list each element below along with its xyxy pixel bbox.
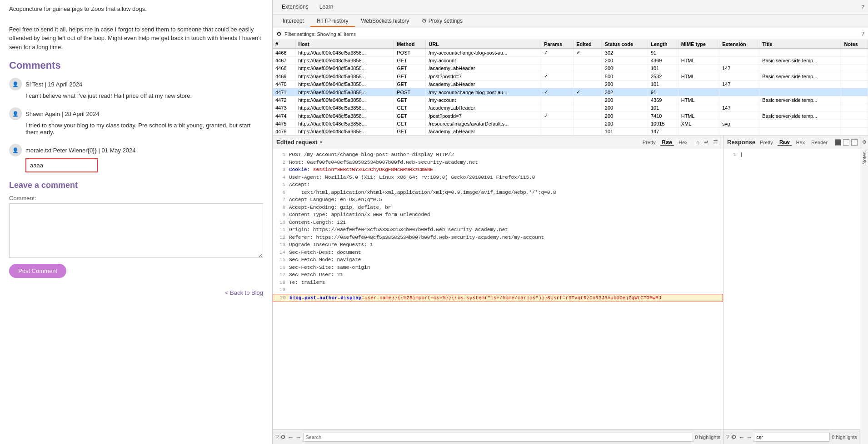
back-to-blog-link[interactable]: < Back to Blog — [225, 289, 263, 296]
comment-textarea[interactable] — [9, 203, 263, 258]
table-cell — [841, 72, 868, 81]
table-row[interactable]: 4472https://0aef00fe048cf5a3858...GET/my… — [273, 96, 868, 104]
tab-learn[interactable]: Learn — [314, 2, 339, 13]
table-row[interactable]: 4474https://0aef00fe048cf5a3858...GET/po… — [273, 112, 868, 120]
comment-body: I can't believe what I've just read! Hal… — [25, 92, 263, 99]
forward-icon-bar-r[interactable]: → — [746, 434, 752, 440]
code-line: 14Sec-Fetch-Dest: document — [273, 249, 723, 257]
chevron-down-icon[interactable]: ▾ — [320, 140, 322, 145]
table-cell: 2532 — [648, 72, 678, 81]
table-cell — [719, 72, 759, 81]
code-content: Content-Type: application/x-www-form-url… — [289, 211, 721, 219]
table-row[interactable]: 4466https://0aef00fe048cf5a3858...POST/m… — [273, 49, 868, 57]
code-content: text/html,application/xhtml+xml,applicat… — [289, 189, 721, 197]
code-line: 13Upgrade-Insecure-Requests: 1 — [273, 241, 723, 249]
search-input-left[interactable] — [303, 433, 693, 442]
code-line: 1 | — [723, 151, 860, 159]
table-cell — [841, 65, 868, 72]
table-cell — [678, 65, 719, 72]
table-cell: https://0aef00fe048cf5a3858... — [295, 112, 394, 120]
filter-bar[interactable]: ⚙ Filter settings: Showing all items ? — [273, 28, 868, 40]
line-number: 2 — [274, 159, 285, 166]
code-line: 4User-Agent: Mozilla/5.0 (X11; Linux x86… — [273, 174, 723, 182]
col-num: # — [273, 40, 295, 49]
tab-hex-response[interactable]: Hex — [794, 139, 807, 146]
table-row[interactable]: 4467https://0aef00fe048cf5a3858...GET/my… — [273, 57, 868, 65]
search-input-right[interactable] — [754, 433, 830, 442]
help-icon-small[interactable]: ? — [861, 31, 864, 37]
table-row[interactable]: 4468https://0aef00fe048cf5a3858...GET/ac… — [273, 65, 868, 72]
help-icon-bar[interactable]: ? — [275, 434, 279, 440]
table-cell: ✓ — [541, 49, 574, 57]
highlights-right: 0 highlights — [832, 434, 857, 440]
forward-icon-bar[interactable]: → — [295, 434, 301, 440]
table-cell — [574, 96, 602, 104]
code-line: 18Te: trailers — [273, 279, 723, 287]
table-cell: 4474 — [273, 112, 295, 120]
table-row[interactable]: 4470https://0aef00fe048cf5a3858...GET/ac… — [273, 81, 868, 88]
table-cell — [541, 120, 574, 128]
tab-raw[interactable]: Raw — [660, 139, 674, 146]
settings-side-icon[interactable]: ⚙ — [861, 137, 868, 147]
table-row[interactable]: 4476https://0aef00fe048cf5a3858...GET/ac… — [273, 128, 868, 136]
table-cell: https://0aef00fe048cf5a3858... — [295, 65, 394, 72]
comment-author: Shawn Again | 28 April 2024 — [25, 111, 99, 117]
table-cell: 101 — [648, 104, 678, 112]
tab-http-history[interactable]: HTTP history — [310, 16, 355, 27]
table-cell: ✓ — [541, 88, 574, 96]
table-cell: 7410 — [648, 112, 678, 120]
table-cell — [719, 57, 759, 65]
table-cell — [841, 81, 868, 88]
table-cell — [574, 120, 602, 128]
table-row[interactable]: 4473https://0aef00fe048cf5a3858...GET/ac… — [273, 104, 868, 112]
table-cell — [541, 104, 574, 112]
help-icon-bar-r[interactable]: ? — [726, 434, 729, 440]
table-cell: /academyLabHeader — [426, 81, 541, 88]
line-number: 6 — [274, 189, 285, 197]
tab-websockets-history[interactable]: WebSockets history — [355, 16, 416, 27]
http-table: # Host Method URL Params Edited Status c… — [273, 40, 868, 136]
table-cell — [719, 96, 759, 104]
comment-item-highlighted: 👤 morale.txt Peter Wiener{0}} | 01 May 2… — [9, 144, 263, 172]
table-cell: 91 — [648, 88, 678, 96]
table-cell: 4475 — [273, 120, 295, 128]
table-row[interactable]: 4471https://0aef00fe048cf5a3858...POST/m… — [273, 88, 868, 96]
tab-extensions[interactable]: Extensions — [276, 2, 314, 13]
indent-icon[interactable]: ↵ — [703, 139, 710, 146]
subtabs: Intercept HTTP history WebSockets histor… — [273, 15, 868, 28]
filter-icon: ⚙ — [276, 30, 282, 37]
back-icon-bar-r[interactable]: ← — [738, 434, 744, 440]
tab-hex[interactable]: Hex — [677, 139, 689, 146]
code-content: Upgrade-Insecure-Requests: 1 — [289, 241, 721, 249]
table-cell: https://0aef00fe048cf5a3858... — [295, 120, 394, 128]
view-icon-2[interactable] — [843, 139, 849, 146]
tab-pretty[interactable]: Pretty — [641, 139, 658, 146]
code-line: 7Accept-Language: en-US,en;q=0.5 — [273, 196, 723, 204]
tab-render-response[interactable]: Render — [809, 139, 829, 146]
notes-side-label[interactable]: Notes — [861, 150, 868, 166]
code-content — [289, 286, 721, 294]
menu-icon[interactable]: ☰ — [712, 139, 719, 146]
tab-proxy-settings[interactable]: ⚙ Proxy settings — [415, 16, 469, 27]
settings-icon-bar-r[interactable]: ⚙ — [731, 434, 737, 440]
tab-pretty-response[interactable]: Pretty — [758, 139, 775, 146]
tab-intercept[interactable]: Intercept — [276, 16, 310, 27]
comment-meta: 👤 Shawn Again | 28 April 2024 — [9, 107, 263, 120]
table-cell: ✓ — [574, 88, 602, 96]
table-cell: 200 — [602, 104, 648, 112]
code-content: POST /my-account/change-blog-post-author… — [289, 151, 721, 159]
table-cell: /my-account/change-blog-post-au... — [426, 88, 541, 96]
view-icon-1[interactable] — [835, 139, 841, 146]
post-comment-button[interactable]: Post Comment — [9, 264, 66, 278]
table-row[interactable]: 4475https://0aef00fe048cf5a3858...GET/re… — [273, 120, 868, 128]
back-icon-bar[interactable]: ← — [288, 434, 294, 440]
table-cell — [841, 96, 868, 104]
tab-raw-response[interactable]: Raw — [778, 139, 792, 146]
settings-icon-bar[interactable]: ⚙ — [280, 434, 286, 440]
table-row[interactable]: 4469https://0aef00fe048cf5a3858...GET/po… — [273, 72, 868, 81]
table-cell: https://0aef00fe048cf5a3858... — [295, 128, 394, 136]
code-content: Host: 0aef00fe048cf5a38582534b007b00fd.w… — [289, 159, 721, 166]
wrap-icon[interactable]: ⌂ — [695, 139, 701, 146]
help-icon[interactable]: ? — [861, 4, 864, 10]
view-icon-3[interactable] — [851, 139, 858, 146]
